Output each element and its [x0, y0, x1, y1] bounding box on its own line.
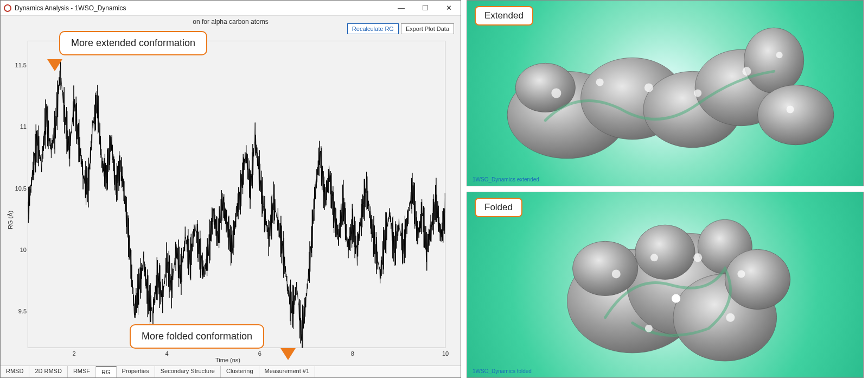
svg-point-18 [635, 225, 695, 279]
tab-2d-rmsd[interactable]: 2D RMSD [29, 366, 68, 377]
plot-canvas [28, 41, 445, 348]
tab-secondary-structure[interactable]: Secondary Structure [155, 366, 221, 377]
tab-rmsd[interactable]: RMSD [1, 366, 29, 377]
folded-caption: 1WSO_Dynamics folded [473, 368, 532, 374]
extended-molecule-surface [467, 1, 863, 186]
titlebar: Dynamics Analysis - 1WSO_Dynamics — ☐ ✕ [1, 1, 461, 16]
svg-point-13 [776, 52, 783, 58]
app-icon [4, 4, 11, 12]
rg-plot[interactable]: More extended conformation More folded c… [5, 36, 451, 363]
svg-point-28 [645, 325, 653, 332]
svg-point-23 [612, 269, 621, 278]
extended-conformation-callout: More extended conformation [59, 31, 207, 55]
tab-rmsf[interactable]: RMSF [68, 366, 96, 377]
close-button[interactable]: ✕ [437, 1, 461, 16]
extended-caption: 1WSO_Dynamics extended [473, 177, 539, 182]
y-tick: 11.5 [12, 62, 27, 68]
svg-point-14 [787, 106, 794, 114]
rg-trace-line [28, 41, 445, 348]
window-title: Dynamics Analysis - 1WSO_Dynamics [15, 4, 126, 12]
folded-arrow-icon [280, 348, 296, 360]
export-plot-data-button[interactable]: Export Plot Data [401, 23, 454, 34]
x-tick: 10 [442, 350, 449, 357]
svg-point-11 [694, 89, 701, 97]
svg-point-22 [672, 294, 680, 303]
svg-point-20 [573, 241, 638, 295]
maximize-button[interactable]: ☐ [413, 1, 437, 16]
analysis-tabs: RMSD2D RMSDRMSFRGPropertiesSecondary Str… [1, 366, 461, 377]
y-tick: 9.5 [12, 308, 27, 314]
folded-label: Folded [475, 198, 522, 217]
tab-rg[interactable]: RG [96, 366, 117, 377]
x-axis-label: Time (ns) [215, 357, 240, 363]
conformation-previews: Extended [467, 0, 868, 378]
y-tick: 10 [12, 247, 27, 253]
x-tick: 6 [258, 350, 261, 357]
svg-point-24 [650, 254, 658, 261]
dynamics-analysis-window: Dynamics Analysis - 1WSO_Dynamics — ☐ ✕ … [0, 0, 461, 378]
x-tick: 2 [72, 350, 75, 357]
folded-molecule-surface [467, 192, 863, 377]
svg-point-8 [551, 88, 561, 98]
folded-molecule-panel[interactable]: Folded 1WSO_Dynamics folded [467, 192, 864, 378]
y-tick: 10.5 [12, 185, 27, 192]
svg-point-21 [725, 249, 790, 309]
minimize-button[interactable]: — [389, 1, 413, 16]
chart-action-bar: Recalculate RG Export Plot Data [347, 23, 454, 34]
folded-conformation-callout: More folded conformation [130, 324, 264, 349]
extended-arrow-icon [47, 59, 62, 71]
svg-rect-0 [28, 41, 445, 348]
svg-point-6 [758, 85, 834, 144]
extended-label: Extended [475, 6, 533, 26]
recalculate-rg-button[interactable]: Recalculate RG [347, 23, 399, 34]
tab-properties[interactable]: Properties [117, 366, 155, 377]
tab-measurement-1[interactable]: Measurement #1 [259, 366, 316, 377]
svg-point-27 [726, 313, 735, 322]
svg-point-25 [693, 253, 702, 262]
svg-point-26 [737, 270, 745, 278]
svg-point-10 [644, 83, 653, 92]
tab-clustering[interactable]: Clustering [221, 366, 259, 377]
svg-point-9 [596, 78, 604, 86]
y-axis-label: RG (Å) [7, 211, 14, 229]
x-tick: 8 [351, 350, 354, 357]
svg-point-5 [744, 28, 803, 93]
svg-point-12 [742, 67, 751, 75]
y-tick: 11 [12, 123, 27, 130]
extended-molecule-panel[interactable]: Extended [467, 0, 864, 186]
x-tick: 4 [165, 350, 169, 357]
